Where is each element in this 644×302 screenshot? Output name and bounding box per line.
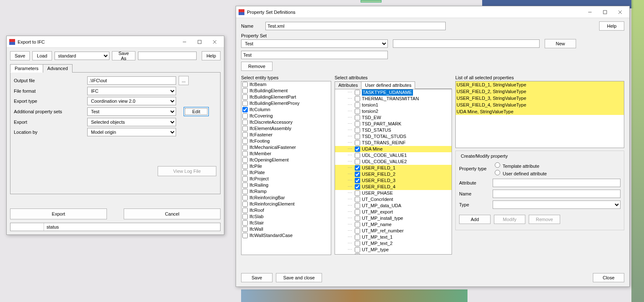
attribute-item[interactable]: ⋯ TASKTYPE_UDANAME xyxy=(335,89,452,96)
modify-button[interactable]: Modify xyxy=(494,215,525,224)
save-and-close-button[interactable]: Save and close xyxy=(276,273,322,282)
entity-item[interactable]: IfcCovering xyxy=(242,113,331,119)
load-button[interactable]: Load xyxy=(32,51,52,60)
property-set-name-input[interactable] xyxy=(241,51,388,59)
property-set-new-name-input[interactable] xyxy=(393,39,540,48)
entity-item[interactable]: IfcStair xyxy=(242,220,331,226)
template-attribute-radio[interactable]: Template attribute xyxy=(493,164,539,169)
entity-item[interactable]: IfcBeam xyxy=(242,81,331,88)
attribute-item[interactable]: ⋯ UT_MP_text_1 xyxy=(335,234,452,240)
selected-property-row[interactable]: USER_FIELD_4, StringValueType xyxy=(456,102,624,108)
close-button[interactable] xyxy=(207,36,222,47)
entity-item[interactable]: IfcDiscreteAccessory xyxy=(242,119,331,125)
selected-property-row[interactable]: UDA Mine, StringValueType xyxy=(456,108,624,115)
entity-type-list[interactable]: IfcBeam IfcBuildingElement IfcBuildingEl… xyxy=(241,81,331,255)
attribute-item[interactable]: ⋯ UDL_CODE_VALUE2 xyxy=(335,159,452,165)
export-scope-select[interactable]: Selected objects xyxy=(87,118,176,126)
attribute-item[interactable]: ⋯ TSD_TRANS_REINF xyxy=(335,140,452,146)
tab-user-defined-attributes[interactable]: User defined attributes xyxy=(361,81,415,89)
view-log-button[interactable]: View Log File xyxy=(158,166,216,176)
attribute-item[interactable]: ⋯ TSD_TOTAL_STUDS xyxy=(335,133,452,140)
selected-properties-list[interactable]: USER_FIELD_1, StringValueTypeUSER_FIELD_… xyxy=(455,81,624,148)
attribute-item[interactable]: ⋯ torsion1 xyxy=(335,102,452,108)
preset-select[interactable]: standard xyxy=(55,52,109,60)
entity-item[interactable]: IfcBuildingElement xyxy=(242,88,331,94)
minimize-button[interactable] xyxy=(582,7,597,18)
selected-property-row[interactable]: USER_FIELD_3, StringValueType xyxy=(456,95,624,102)
attribute-item[interactable]: ⋯ UT_MP_install_type xyxy=(335,215,452,221)
attribute-item[interactable]: ⋯ USER_FIELD_4 xyxy=(335,184,452,190)
maximize-button[interactable] xyxy=(597,7,613,18)
entity-item[interactable]: IfcReinforcingElement xyxy=(242,201,331,207)
location-by-select[interactable]: Model origin xyxy=(87,128,176,136)
attribute-item[interactable]: ⋯ UT_MP_data_UDA xyxy=(335,203,452,209)
file-format-select[interactable]: IFC xyxy=(87,87,176,95)
attribute-item[interactable]: ⋯ UDL_CODE_VALUE1 xyxy=(335,152,452,159)
type-select[interactable] xyxy=(493,200,621,209)
close-button-footer[interactable]: Close xyxy=(593,273,624,282)
entity-item[interactable]: IfcFastener xyxy=(242,132,331,138)
close-button[interactable] xyxy=(613,7,628,18)
attribute-item[interactable]: ⋯ UT_ConcrIdent xyxy=(335,196,452,203)
entity-item[interactable]: IfcMember xyxy=(242,151,331,157)
entity-item[interactable]: IfcBuildingElementPart xyxy=(242,94,331,100)
remove-pset-button[interactable]: Remove xyxy=(241,62,273,71)
entity-item[interactable]: IfcColumn xyxy=(242,107,331,113)
selected-property-row[interactable]: USER_FIELD_1, StringValueType xyxy=(456,81,624,88)
attribute-item[interactable]: ⋯ USER_FIELD_3 xyxy=(335,177,452,184)
attribute-item[interactable]: ⋯ TSD_STATUS xyxy=(335,127,452,133)
attribute-item[interactable]: ⋯ UT_MP_export xyxy=(335,209,452,215)
attribute-item[interactable]: ⋯ USER_FIELD_1 xyxy=(335,165,452,171)
entity-item[interactable]: IfcProject xyxy=(242,176,331,182)
cancel-button[interactable]: Cancel xyxy=(124,208,221,219)
browse-button[interactable]: ... xyxy=(179,76,189,85)
attribute-input[interactable] xyxy=(493,179,621,187)
entity-item[interactable]: IfcRailing xyxy=(242,182,331,188)
name-field-input[interactable] xyxy=(493,190,621,198)
entity-item[interactable]: IfcOpeningElement xyxy=(242,157,331,163)
entity-item[interactable]: IfcSlab xyxy=(242,213,331,220)
attribute-item[interactable]: ⋯ USER_FIELD_2 xyxy=(335,171,452,177)
attribute-item[interactable]: ⋯ UT_MP_type xyxy=(335,247,452,253)
export-button[interactable]: Export xyxy=(10,208,107,219)
entity-item[interactable]: IfcWall xyxy=(242,226,331,232)
attribute-item[interactable]: ⋯ THERMAL_TRANSMITTAN xyxy=(335,96,452,102)
tab-attributes[interactable]: Attributes xyxy=(335,81,361,89)
name-input[interactable] xyxy=(265,22,446,30)
attribute-item[interactable]: ⋯ UT_MP_ref_number xyxy=(335,228,452,234)
entity-item[interactable]: IfcWallStandardCase xyxy=(242,232,331,239)
attribute-item[interactable]: ⋯ torsion2 xyxy=(335,108,452,115)
attribute-item[interactable]: ⋯ UT_MP_text_2 xyxy=(335,240,452,247)
save-button[interactable]: Save xyxy=(241,273,273,282)
attribute-item[interactable]: ⋯ USER_PHASE xyxy=(335,190,452,196)
entity-item[interactable]: IfcElementAssembly xyxy=(242,125,331,132)
new-button[interactable]: New xyxy=(545,39,576,48)
selected-property-row[interactable]: USER_FIELD_2, StringValueType xyxy=(456,88,624,95)
help-button[interactable]: Help xyxy=(599,21,624,31)
entity-item[interactable]: IfcReinforcingBar xyxy=(242,195,331,201)
property-set-select[interactable]: Test xyxy=(241,39,388,48)
maximize-button[interactable] xyxy=(192,36,207,47)
entity-item[interactable]: IfcPlate xyxy=(242,169,331,176)
edit-button[interactable]: Edit xyxy=(184,107,209,116)
entity-item[interactable]: IfcBuildingElementProxy xyxy=(242,100,331,107)
attribute-item[interactable]: ⋯ TSD_PART_MARK xyxy=(335,121,452,127)
remove-prop-button[interactable]: Remove xyxy=(529,215,560,224)
entity-item[interactable]: IfcFooting xyxy=(242,138,331,144)
tab-advanced[interactable]: Advanced xyxy=(43,64,73,73)
entity-item[interactable]: IfcMechanicalFastener xyxy=(242,144,331,151)
user-defined-attribute-radio[interactable]: User defined attribute xyxy=(493,171,547,176)
save-button[interactable]: Save xyxy=(10,51,30,60)
tab-parameters[interactable]: Parameters xyxy=(10,64,43,73)
save-as-name-input[interactable] xyxy=(138,52,197,60)
help-button[interactable]: Help xyxy=(202,51,221,60)
export-type-select[interactable]: Coordination view 2.0 xyxy=(87,97,176,105)
entity-item[interactable]: IfcPile xyxy=(242,163,331,169)
attribute-tree[interactable]: ⋯ TASKTYPE_UDANAME⋯ THERMAL_TRANSMITTAN⋯… xyxy=(335,89,452,255)
attribute-item[interactable]: ⋯ UDA Mine xyxy=(335,146,452,152)
attribute-item[interactable]: ⋯ UT_MP_name xyxy=(335,221,452,228)
entity-item[interactable]: IfcRoof xyxy=(242,207,331,213)
save-as-button[interactable]: Save As xyxy=(112,51,136,60)
attribute-item[interactable]: ⋯ UT_PRODUCT_GROUP xyxy=(335,253,452,255)
minimize-button[interactable] xyxy=(177,36,192,47)
